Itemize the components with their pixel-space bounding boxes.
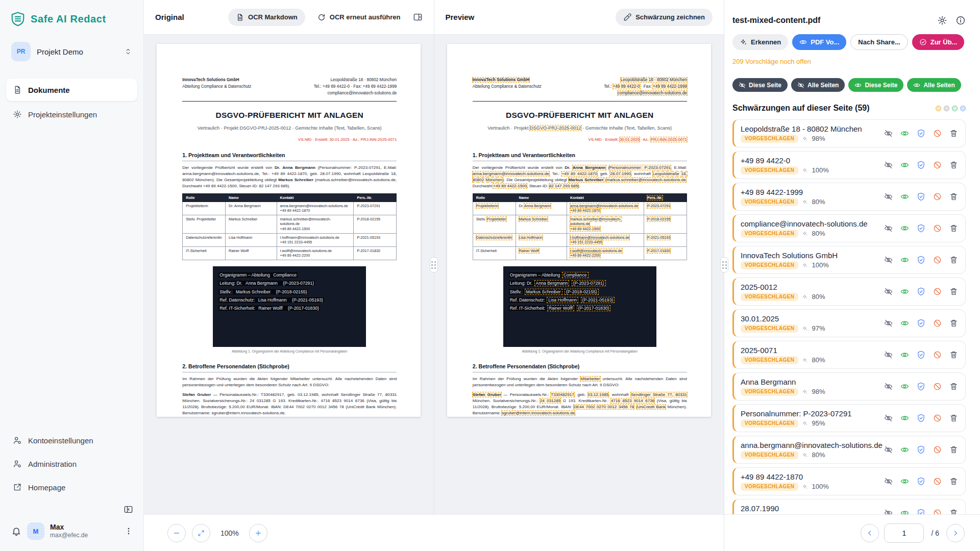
redaction-highlight[interactable]: Markus Schreiber (525, 289, 562, 294)
redaction-highlight[interactable]: Anna Bergmann (282, 165, 315, 170)
redaction-highlight[interactable]: (P-2017-01830) (577, 306, 610, 311)
approve-suggestion-button[interactable] (916, 413, 926, 423)
redaction-highlight[interactable]: markus.schreiber@innovatech-solutions.de (316, 178, 396, 182)
redaction-highlight[interactable]: UniCredit Bank (637, 405, 666, 409)
hide-all-pages-button[interactable]: Alle Seiten (791, 78, 845, 92)
redaction-highlight[interactable]: +49 89 4422-1500 (493, 184, 527, 188)
delete-suggestion-button[interactable] (948, 444, 959, 455)
hide-suggestion-button[interactable] (883, 223, 894, 234)
hide-suggestion-button[interactable] (883, 349, 894, 360)
hide-this-page-button[interactable]: Diese Seite (732, 78, 788, 92)
redaction-suggestion-card[interactable]: +49 89 4422-1870 VORGESCHLAGEN 100% (732, 467, 966, 495)
delete-suggestion-button[interactable] (948, 286, 959, 297)
redaction-suggestion-card[interactable]: Personalnummer: P-2023-07291 VORGESCHLAG… (732, 404, 966, 432)
delete-suggestion-button[interactable] (948, 349, 959, 360)
redaction-highlight[interactable]: markus.schreiber@innovatech-solutions.de (606, 178, 685, 182)
pane-divider[interactable] (434, 0, 434, 514)
show-suggestion-button[interactable] (899, 255, 910, 265)
redaction-highlight[interactable]: (P-2021-05193) (291, 297, 324, 303)
redaction-highlight[interactable]: P-2021-05193 (357, 235, 380, 240)
redaction-highlight[interactable]: PRJ-INN-2025-0071 (651, 137, 687, 142)
submit-review-button[interactable]: Zur Üb... (912, 34, 965, 50)
redaction-highlight[interactable]: InnovaTech Solutions GmbH (182, 78, 239, 82)
approve-suggestion-button[interactable] (916, 508, 926, 514)
zoom-out-button[interactable] (167, 524, 186, 542)
redaction-suggestion-card[interactable]: 28.07.1990 VORGESCHLAGEN 100% (732, 499, 966, 514)
redaction-suggestion-card[interactable]: Anna Bergmann VORGESCHLAGEN 98% (732, 372, 966, 400)
approve-suggestion-button[interactable] (916, 444, 926, 455)
show-suggestion-button[interactable] (899, 508, 910, 514)
redaction-highlight[interactable]: P-2018-02155 (647, 217, 671, 221)
redaction-highlight[interactable]: Lisa Hoffmann (519, 235, 543, 240)
sidebar-collapse-button[interactable] (124, 505, 133, 514)
redaction-highlight[interactable]: Projektleiterin (476, 204, 499, 208)
redaction-highlight[interactable]: 30.01.2025 (329, 137, 349, 142)
delete-suggestion-button[interactable] (948, 381, 959, 392)
redaction-highlight[interactable]: sgruber@intern.innovatech-solutions.de (211, 411, 284, 415)
redaction-highlight[interactable]: Sendlinger Straße 77, 80331 (631, 392, 687, 397)
redaction-highlight[interactable]: Leopoldstraße 18 · 80802 München (621, 78, 687, 82)
redaction-highlight[interactable]: (P-2018-02155) (275, 289, 308, 294)
redactions-list[interactable]: Leopoldstraße 18 - 80802 München VORGESC… (724, 113, 980, 514)
redaction-highlight[interactable]: Sendlinger Straße 77, 80331 (340, 392, 397, 397)
redaction-highlight[interactable]: Markus Schreiber (235, 289, 272, 294)
hide-suggestion-button[interactable] (883, 160, 894, 170)
redaction-highlight[interactable]: Anna Bergmann (573, 165, 606, 170)
redaction-highlight[interactable]: DE44 7002 0270 0012 3456 78 (574, 405, 634, 409)
redaction-highlight[interactable]: +49 89 4422-0 (613, 84, 640, 89)
redaction-highlight[interactable]: +49 89 4422-1999 (653, 84, 687, 89)
redaction-highlight[interactable]: 82 147 293 685 (549, 184, 578, 188)
show-this-page-button[interactable]: Diese Seite (848, 78, 903, 92)
redaction-highlight[interactable]: anna.bergmann@innovatech-solutions.de (473, 171, 549, 176)
redaction-highlight[interactable]: +49 89 4422-1999 (363, 84, 397, 89)
redaction-highlight[interactable]: 03.12.1985 (298, 392, 318, 397)
hide-suggestion-button[interactable] (883, 128, 894, 139)
delete-suggestion-button[interactable] (948, 413, 959, 423)
redaction-highlight[interactable]: DSGVO-PRJ-2025-0012 (530, 126, 581, 131)
draw-redaction-button[interactable]: Schwärzung zeichnen (616, 9, 713, 26)
next-page-button[interactable] (946, 524, 965, 542)
redaction-highlight[interactable]: +49 89 4422-2200 (280, 253, 310, 258)
redaction-suggestion-card[interactable]: anna.bergmann@innovatech-solutions.de VO… (732, 436, 966, 464)
previous-page-button[interactable] (861, 524, 879, 542)
hide-suggestion-button[interactable] (883, 508, 894, 514)
show-suggestion-button[interactable] (899, 349, 910, 360)
hide-suggestion-button[interactable] (883, 286, 894, 297)
redaction-highlight[interactable]: Projektleiter (487, 217, 506, 221)
redaction-highlight[interactable]: 28.07.1990 (610, 171, 631, 176)
redaction-highlight[interactable]: compliance@innovatech-solutions.de (618, 91, 687, 95)
reject-suggestion-button[interactable] (932, 286, 943, 297)
redaction-highlight[interactable]: Leopoldstraße 18 · 80802 München (331, 78, 397, 82)
approve-suggestion-button[interactable] (916, 223, 926, 234)
redaction-highlight[interactable]: +49 89 4422-1500 (570, 227, 600, 231)
redaction-highlight[interactable]: Compliance (272, 272, 298, 278)
zoom-in-button[interactable] (249, 524, 267, 542)
show-suggestion-button[interactable] (899, 191, 910, 202)
redaction-highlight[interactable]: compliance@innovatech-solutions.de (328, 91, 397, 95)
hide-suggestion-button[interactable] (883, 318, 894, 329)
reject-suggestion-button[interactable] (932, 160, 943, 170)
redaction-highlight[interactable]: Rainer Wolff (229, 248, 249, 253)
redaction-highlight[interactable]: Pers.-Nr. (357, 195, 372, 200)
collapse-original-pane-button[interactable] (413, 12, 423, 22)
redaction-suggestion-card[interactable]: 2025-0071 VORGESCHLAGEN 80% (732, 341, 966, 369)
redaction-suggestion-card[interactable]: compliance@innovatech-solutions.de VORGE… (732, 214, 966, 242)
redaction-highlight[interactable]: +49 89 4422-0 (323, 84, 350, 89)
hide-suggestion-button[interactable] (883, 444, 894, 455)
redaction-highlight[interactable]: Stefan Gruber (182, 392, 211, 397)
sidebar-item-homepage[interactable]: Homepage (6, 476, 137, 498)
redaction-highlight[interactable]: Anna Bergmann (524, 204, 551, 208)
approve-suggestion-button[interactable] (916, 349, 926, 360)
redaction-highlight[interactable]: +49 151 2233-4455 (280, 240, 312, 244)
redaction-highlight[interactable]: Rainer Wolff (548, 306, 574, 311)
redaction-highlight[interactable]: (P-2023-07291) (572, 281, 605, 286)
redaction-highlight[interactable]: markus.schreiber@innovatech-solutions.de (280, 217, 331, 227)
rerun-ocr-button[interactable]: OCR erneut ausführen (314, 13, 404, 22)
page-number-input[interactable] (884, 523, 924, 543)
redaction-highlight[interactable]: 03.12.1985 (588, 392, 609, 397)
redaction-highlight[interactable]: Anna Bergmann (234, 204, 261, 208)
status-dot-hidden[interactable] (944, 106, 949, 111)
redaction-highlight[interactable]: Datenschutzreferentin (186, 235, 222, 240)
show-suggestion-button[interactable] (899, 444, 910, 455)
redaction-highlight[interactable]: T330482917 (261, 392, 284, 397)
